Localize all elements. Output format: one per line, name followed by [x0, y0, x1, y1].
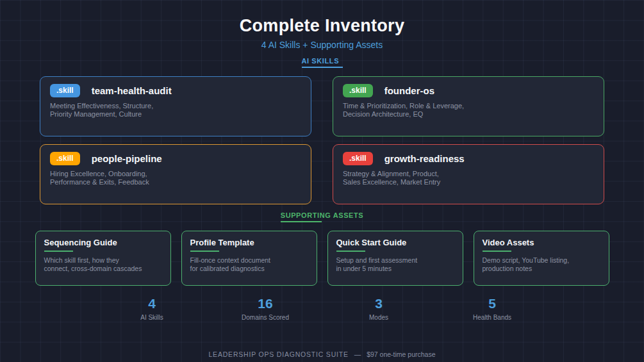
skill-name: team-health-audit: [92, 85, 172, 96]
asset-description: Setup and first assessment in under 5 mi…: [336, 256, 454, 273]
skills-section-underline: [302, 67, 343, 68]
skill-card-growth-readiness: .skill growth-readiness Strategy & Align…: [333, 144, 604, 204]
asset-title-underline: [483, 251, 511, 252]
skill-card-founder-os: .skill founder-os Time & Prioritization,…: [333, 76, 604, 136]
skill-card-head: .skill growth-readiness: [343, 152, 594, 165]
footer-price: $97 one-time purchase: [367, 350, 435, 358]
asset-title: Sequencing Guide: [44, 238, 162, 247]
skill-name: growth-readiness: [384, 153, 465, 164]
asset-title: Video Assets: [483, 238, 600, 247]
skill-badge: .skill: [50, 152, 80, 165]
stat-health-bands: 5 Health Bands: [436, 296, 549, 321]
assets-section-header: SUPPORTING ASSETS: [0, 204, 644, 222]
footer-separator: —: [354, 350, 361, 358]
stat-value: 16: [209, 296, 322, 311]
complete-inventory-slide: { "header": { "title": "Complete Invento…: [0, 0, 644, 362]
skills-section-label-text: AI SKILLS: [302, 57, 343, 65]
skill-card-head: .skill people-pipeline: [50, 152, 301, 165]
stat-ai-skills: 4 AI Skills: [95, 296, 209, 321]
footer: LEADERSHIP OPS DIAGNOSTIC SUITE — $97 on…: [0, 350, 644, 358]
skill-name: founder-os: [384, 85, 434, 96]
asset-card-sequencing-guide: Sequencing Guide Which skill first, how …: [35, 231, 171, 286]
stats-row: 4 AI Skills 16 Domains Scored 3 Modes 5 …: [95, 296, 549, 321]
stat-label: Domains Scored: [209, 314, 322, 321]
stat-value: 4: [95, 296, 209, 311]
assets-section-label-text: SUPPORTING ASSETS: [281, 211, 364, 219]
asset-description: Fill-once context document for calibrate…: [190, 256, 308, 273]
asset-card-quick-start-guide: Quick Start Guide Setup and first assess…: [327, 231, 463, 286]
asset-title-underline: [336, 251, 365, 252]
skill-badge: .skill: [50, 84, 80, 97]
stat-label: Modes: [322, 314, 436, 321]
asset-description: Which skill first, how they connect, cro…: [44, 256, 162, 273]
assets-grid: Sequencing Guide Which skill first, how …: [35, 231, 609, 286]
asset-card-video-assets: Video Assets Demo script, YouTube listin…: [474, 231, 609, 286]
skill-description: Hiring Excellence, Onboarding, Performan…: [50, 170, 301, 186]
stat-label: Health Bands: [436, 314, 549, 321]
stat-value: 3: [322, 296, 436, 311]
skill-badge: .skill: [343, 84, 373, 97]
stat-modes: 3 Modes: [322, 296, 436, 321]
header: Complete Inventory 4 AI Skills + Support…: [0, 0, 644, 50]
skills-section-header: AI SKILLS: [0, 50, 644, 68]
assets-section-label: SUPPORTING ASSETS: [281, 211, 364, 222]
stat-domains-scored: 16 Domains Scored: [209, 296, 322, 321]
stat-value: 5: [436, 296, 549, 311]
asset-card-profile-template: Profile Template Fill-once context docum…: [181, 231, 317, 286]
skill-description: Strategy & Alignment, Product, Sales Exc…: [343, 170, 594, 186]
skill-badge: .skill: [343, 152, 373, 165]
skill-card-people-pipeline: .skill people-pipeline Hiring Excellence…: [40, 144, 311, 204]
skill-card-head: .skill team-health-audit: [50, 84, 301, 97]
asset-title-underline: [190, 251, 219, 252]
skills-section-label: AI SKILLS: [302, 57, 343, 68]
skill-description: Meeting Effectiveness, Structure, Priori…: [50, 102, 301, 119]
skills-grid: .skill team-health-audit Meeting Effecti…: [40, 76, 604, 204]
asset-title: Quick Start Guide: [336, 238, 454, 247]
assets-section-underline: [281, 221, 322, 222]
asset-title: Profile Template: [190, 238, 308, 247]
footer-brand: LEADERSHIP OPS DIAGNOSTIC SUITE: [208, 350, 348, 358]
skill-name: people-pipeline: [92, 153, 162, 164]
skill-description: Time & Prioritization, Role & Leverage, …: [343, 102, 594, 119]
skill-card-team-health-audit: .skill team-health-audit Meeting Effecti…: [40, 76, 311, 136]
asset-title-underline: [44, 251, 73, 252]
page-subtitle: 4 AI Skills + Supporting Assets: [0, 40, 644, 50]
skill-card-head: .skill founder-os: [343, 84, 594, 97]
stat-label: AI Skills: [95, 314, 209, 321]
asset-description: Demo script, YouTube listing, production…: [483, 256, 600, 273]
page-title: Complete Inventory: [0, 16, 644, 36]
